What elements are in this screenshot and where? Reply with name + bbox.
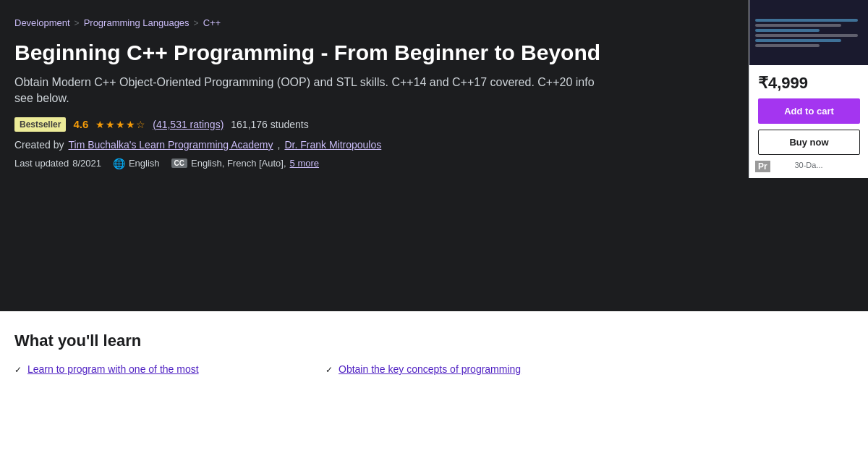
learn-item-2: ✓ Obtain the key concepts of programming — [326, 363, 608, 375]
instructors-row: Created by Tim Buchalka's Learn Programm… — [14, 139, 854, 151]
meta-row: Last updated 8/2021 🌐 English CC English… — [14, 158, 854, 169]
code-line-6 — [755, 44, 820, 47]
instructor-link-2[interactable]: Dr. Frank Mitropoulos — [284, 139, 381, 151]
star-4: ★ — [126, 119, 135, 130]
last-updated-label: Last updated — [14, 158, 69, 169]
code-line-1 — [755, 19, 858, 22]
course-price: ₹4,999 — [758, 74, 859, 93]
instructor-link-1[interactable]: Tim Buchalka's Learn Programming Academy — [68, 139, 273, 151]
star-3: ★ — [116, 119, 125, 130]
learn-item-2-text: Obtain the key concepts of programming — [339, 363, 521, 375]
breadcrumb: Development > Programming Languages > C+… — [14, 17, 854, 28]
breadcrumb-programming-languages[interactable]: Programming Languages — [84, 17, 190, 28]
checkmark-icon-1: ✓ — [14, 365, 22, 375]
add-to-cart-button[interactable]: Add to cart — [758, 98, 860, 124]
students-count: 161,176 students — [231, 119, 308, 130]
buy-now-button[interactable]: Buy now — [758, 130, 860, 155]
course-header: Development > Programming Languages > C+… — [0, 0, 868, 311]
learn-section-title: What you'll learn — [14, 332, 854, 350]
breadcrumb-cpp[interactable]: C++ — [203, 17, 221, 28]
captions-value: English, French [Auto], — [191, 158, 286, 169]
code-line-4 — [755, 34, 858, 37]
cc-badge: CC — [171, 159, 187, 168]
star-2: ★ — [106, 119, 115, 130]
ratings-row: Bestseller 4.6 ★ ★ ★ ★ ☆ (41,531 ratings… — [14, 117, 854, 132]
learn-item-1: ✓ Learn to program with one of the most — [14, 363, 297, 375]
preview-card: Pr ₹4,999 Add to cart Buy now 30-Da... — [749, 0, 868, 178]
preview-image[interactable]: Pr — [749, 0, 868, 65]
learn-link-1[interactable]: Learn to program with one of the most — [27, 363, 199, 375]
instructor-separator: , — [278, 139, 281, 151]
learn-section: What you'll learn ✓ Learn to program wit… — [0, 311, 868, 375]
code-line-2 — [755, 24, 841, 27]
captions-more-link[interactable]: 5 more — [290, 158, 319, 169]
ratings-count[interactable]: (41,531 ratings) — [153, 119, 224, 130]
learn-item-1-text: Learn to program with one of the most — [27, 363, 199, 375]
checkmark-icon-2: ✓ — [326, 365, 333, 375]
language-value: English — [129, 158, 160, 169]
breadcrumb-development[interactable]: Development — [14, 17, 70, 28]
last-updated-item: Last updated 8/2021 — [14, 158, 101, 169]
preview-label: Pr — [755, 161, 770, 172]
breadcrumb-sep-2: > — [194, 18, 199, 28]
breadcrumb-sep-1: > — [75, 18, 80, 28]
code-line-3 — [755, 29, 820, 32]
course-subtitle: Obtain Modern C++ Object-Oriented Progra… — [14, 75, 608, 107]
created-by-label: Created by — [14, 139, 64, 151]
learn-link-2[interactable]: Obtain the key concepts of programming — [339, 363, 521, 375]
code-line-5 — [755, 39, 841, 42]
last-updated-value: 8/2021 — [72, 158, 101, 169]
captions-item: CC English, French [Auto], 5 more — [171, 158, 319, 169]
globe-icon: 🌐 — [113, 158, 125, 169]
learn-grid: ✓ Learn to program with one of the most … — [14, 363, 608, 375]
guarantee-text: 30-Da... — [758, 161, 859, 169]
bestseller-badge: Bestseller — [14, 117, 66, 132]
star-rating: ★ ★ ★ ★ ☆ — [95, 119, 145, 130]
course-title: Beginning C++ Programming - From Beginne… — [14, 40, 608, 66]
star-5: ☆ — [136, 119, 145, 130]
language-item: 🌐 English — [113, 158, 160, 169]
star-1: ★ — [95, 119, 105, 130]
rating-number: 4.6 — [73, 118, 88, 130]
